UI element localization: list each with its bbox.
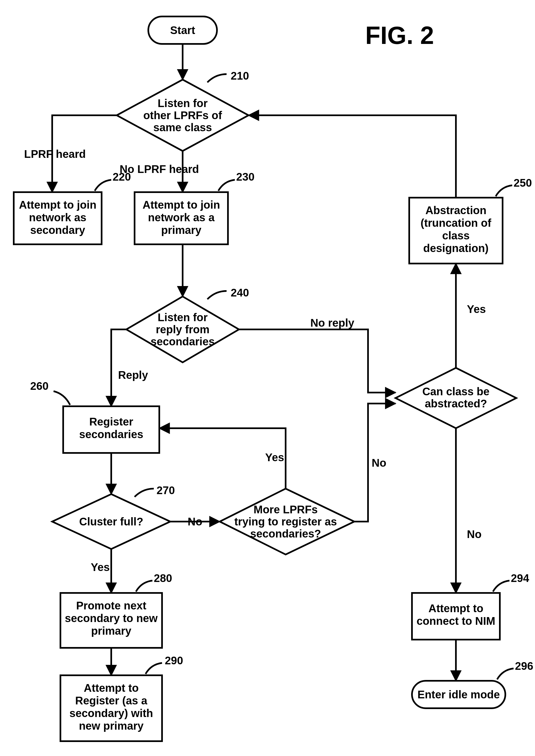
- callout-270: [135, 489, 154, 497]
- node-294-l1: Attempt to: [429, 602, 483, 614]
- node-296-label: Enter idle mode: [417, 688, 500, 701]
- callout-280: [136, 580, 153, 592]
- node-270-label: Cluster full?: [79, 516, 143, 527]
- ref-280: 280: [154, 572, 172, 584]
- node-240-l1: Listen for: [158, 311, 208, 323]
- ref-270: 270: [156, 484, 175, 496]
- node-280-l1: Promote next: [76, 600, 146, 611]
- node-270b-l1: Can class be: [422, 386, 490, 397]
- edge-270-yes-label: Yes: [91, 561, 110, 573]
- node-230-l3: primary: [161, 224, 202, 236]
- figure-title: FIG. 2: [365, 22, 434, 49]
- node-270a-l1: More LPRFs: [253, 503, 318, 516]
- node-270a-l2: trying to register as: [234, 516, 337, 527]
- ref-220: 220: [113, 171, 131, 183]
- node-210-l3: same class: [153, 121, 212, 133]
- callout-290: [146, 663, 162, 674]
- node-294-l2: connect to NIM: [417, 615, 495, 627]
- node-220-l1: Attempt to join: [19, 199, 97, 211]
- node-210-l2: other LPRFs of: [143, 109, 222, 121]
- node-270b-l2: abstracted?: [425, 397, 487, 410]
- node-250-l2: (truncation of: [420, 217, 491, 229]
- node-start-label: Start: [170, 24, 195, 36]
- node-250-l1: Abstraction: [425, 204, 486, 216]
- callout-296: [497, 668, 514, 679]
- node-220-l3: secondary: [30, 224, 85, 236]
- node-270a-l3: secondaries?: [250, 527, 321, 540]
- ref-210: 210: [231, 70, 249, 82]
- ref-294: 294: [511, 572, 529, 584]
- node-230-l2: network as a: [148, 211, 215, 224]
- edge-240-to-260: [111, 329, 126, 406]
- edge-240-reply-label: Reply: [118, 369, 148, 381]
- node-250-l4: designation): [423, 242, 489, 254]
- callout-220: [95, 180, 111, 191]
- node-280-l3: primary: [91, 625, 131, 637]
- callout-260: [54, 391, 70, 405]
- node-290-l2: Register (as a: [75, 694, 148, 707]
- node-230-l1: Attempt to join: [143, 199, 220, 211]
- edge-270b-yes-label: Yes: [467, 303, 486, 315]
- ref-260: 260: [30, 380, 49, 392]
- ref-290: 290: [165, 655, 183, 666]
- node-280-l2: secondary to new: [65, 612, 158, 624]
- callout-294: [493, 580, 509, 592]
- ref-230: 230: [236, 171, 255, 183]
- node-250-l3: class: [442, 230, 470, 242]
- edge-250-to-210: [248, 115, 456, 198]
- edge-270a-yes-label: Yes: [265, 451, 284, 463]
- node-260-l1: Register: [89, 416, 133, 428]
- callout-250: [496, 185, 512, 196]
- callout-240: [207, 291, 227, 299]
- node-240-l3: secondaries: [151, 336, 214, 347]
- edge-210-down-label: No LPRF heard: [120, 163, 199, 175]
- callout-210: [207, 74, 227, 82]
- edge-270-no-label: No: [187, 516, 202, 527]
- node-290-l3: secondary) with: [70, 707, 153, 719]
- node-240-l2: reply from: [156, 323, 210, 336]
- edge-210-left-label: LPRF heard: [24, 148, 86, 160]
- callout-230: [218, 180, 235, 191]
- node-260-l2: secondaries: [79, 428, 143, 440]
- node-210-l1: Listen for: [158, 97, 208, 109]
- flowchart-fig2: FIG. 2 Start Listen for other LPRFs of s…: [0, 0, 535, 756]
- ref-250: 250: [514, 177, 532, 189]
- node-290-l1: Attempt to: [84, 682, 139, 694]
- edge-270b-no-label: No: [467, 528, 481, 540]
- edge-240-to-270b: [239, 329, 395, 392]
- ref-296: 296: [515, 660, 533, 672]
- edge-270a-no-label: No: [372, 457, 386, 469]
- edge-240-noreply-label: No reply: [310, 317, 354, 329]
- node-220-l2: network as: [29, 211, 87, 224]
- ref-240: 240: [231, 286, 249, 299]
- node-290-l4: new primary: [79, 720, 144, 732]
